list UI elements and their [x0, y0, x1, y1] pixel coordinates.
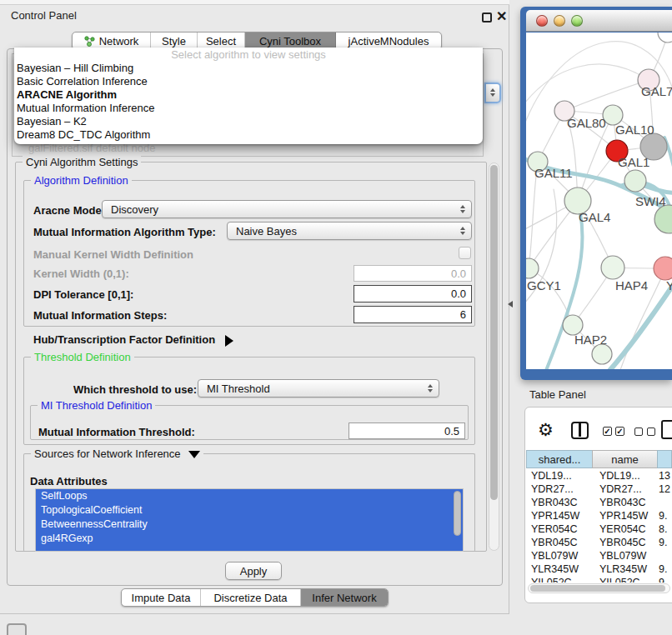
table-horizontal-scrollbar[interactable] [528, 583, 670, 593]
network-window-titlebar[interactable] [526, 10, 672, 32]
zoom-traffic-light-icon[interactable] [571, 15, 583, 27]
unchecked-checkbox-icon[interactable] [647, 428, 655, 436]
aracne-mode-combo[interactable]: Discovery [102, 200, 472, 218]
tab-cyni-toolbox[interactable]: Cyni Toolbox [245, 32, 336, 49]
attribute-list-item[interactable] [36, 546, 463, 552]
network-node-y[interactable] [654, 257, 672, 280]
table-cell: YIL052C [526, 577, 592, 582]
tab-jactivemnodules[interactable]: jActiveMNodules [336, 32, 441, 49]
mi-steps-field[interactable]: 6 [354, 306, 472, 323]
network-node[interactable] [592, 344, 612, 364]
tab-select[interactable]: Select [198, 32, 245, 49]
manual-kernel-checkbox[interactable] [459, 247, 471, 259]
table-scrollbar-thumb[interactable] [530, 585, 665, 592]
table-row[interactable]: YIL052CYIL052C9. [526, 576, 672, 582]
table-cell: YBR043C [592, 497, 657, 508]
settings-scrollbar-thumb[interactable] [490, 165, 498, 500]
mi-type-label: Mutual Information Algorithm Type: [33, 226, 216, 238]
table-row[interactable]: YLR345WYLR345W9. [526, 562, 672, 576]
network-edge[interactable] [564, 80, 649, 111]
column-header-shared-name[interactable]: shared... [526, 450, 593, 468]
checked-checkbox-icon[interactable]: ✓ [615, 427, 624, 436]
table-cell: 9. [657, 537, 672, 548]
partial-bottom-icon[interactable] [7, 623, 27, 635]
attribute-list-item[interactable]: BetweennessCentrality [36, 518, 463, 532]
table-cell: YDL19... [526, 470, 592, 482]
algorithm-option[interactable]: ARACNE Algorithm [14, 88, 483, 102]
unchecked-checkbox-icon[interactable] [634, 428, 643, 436]
tab-style[interactable]: Style [151, 32, 198, 49]
table-row[interactable]: YPR145WYPR145W9. [526, 509, 672, 522]
document-icon[interactable] [661, 420, 672, 439]
network-node-swi4[interactable] [654, 205, 672, 233]
network-node-gcy1[interactable] [526, 258, 539, 278]
checked-checkbox-icon[interactable]: ✓ [603, 427, 612, 436]
tab-network[interactable]: Network [73, 32, 151, 49]
network-node[interactable] [658, 32, 672, 42]
attribute-list-item[interactable]: TopologicalCoefficient [36, 503, 463, 518]
tab-discretize-data[interactable]: Discretize Data [201, 589, 301, 606]
table-cell: YPR145W [592, 510, 657, 522]
minimize-traffic-light-icon[interactable] [554, 15, 565, 27]
node-label: GAL80 [567, 116, 606, 130]
attribute-list-item[interactable]: SelfLoops [36, 489, 463, 503]
gear-icon[interactable]: ⚙ [538, 420, 554, 440]
table-cell: YLR345W [592, 563, 657, 575]
network-edge[interactable] [608, 279, 672, 369]
close-icon[interactable]: ✕ [496, 8, 507, 24]
table-row[interactable]: YER054CYER054C8. [526, 522, 672, 536]
apply-button[interactable]: Apply [225, 562, 282, 580]
column-layout-icon[interactable] [571, 422, 589, 439]
table-row[interactable]: YBR045CYBR045C9. [526, 536, 672, 549]
node-label: Y [666, 278, 672, 292]
table-cell: YBL079W [592, 550, 657, 562]
table-rows[interactable]: YDL19...YDL19...13YDR27...YDR27...12YBR0… [526, 469, 672, 582]
algorithm-option[interactable]: Bayesian – K2 [14, 115, 483, 128]
hub-definition-toggle[interactable]: Hub/Transcription Factor Definition [33, 333, 233, 347]
table-cell: YBR045C [592, 537, 657, 548]
settings-scrollbar[interactable] [489, 162, 499, 551]
threshold-definition-title: Threshold Definition [31, 351, 134, 363]
kernel-width-field[interactable]: 0.0 [354, 265, 472, 282]
mi-threshold-field[interactable]: 0.5 [349, 422, 465, 439]
table-cell: YPR145W [526, 510, 592, 522]
table-row[interactable]: YBR043CYBR043C [526, 496, 672, 509]
node-label: GAL10 [615, 122, 654, 137]
which-threshold-combo[interactable]: MI Threshold [198, 379, 439, 398]
sources-group-title[interactable]: Sources for Network Inference [31, 448, 203, 460]
table-cell: YER054C [592, 523, 657, 535]
tab-infer-network[interactable]: Infer Network [301, 589, 388, 606]
data-attributes-list[interactable]: SelfLoopsTopologicalCoefficientBetweenne… [35, 488, 464, 552]
attributes-scrollbar-thumb[interactable] [454, 491, 461, 536]
mi-threshold-label: Mutual Information Threshold: [38, 426, 195, 438]
table-cell: YLR345W [526, 563, 592, 575]
table-cell: YDR27... [526, 483, 592, 495]
table-row[interactable]: YDR27...YDR27...12 [526, 482, 672, 496]
column-header-clipped[interactable] [657, 450, 672, 468]
mi-type-combo[interactable]: Naive Bayes [227, 222, 472, 240]
float-window-icon[interactable] [482, 12, 492, 22]
dpi-tolerance-field[interactable]: 0.0 [354, 285, 472, 302]
table-row[interactable]: YBL079WYBL079W [526, 549, 672, 562]
table-cell: YIL052C [592, 577, 657, 582]
table-cell: YBR043C [526, 497, 592, 508]
algorithm-combo-spinner[interactable] [484, 82, 501, 103]
algorithm-option[interactable]: Dream8 DC_TDC Algorithm [14, 128, 483, 142]
node-label: GAL11 [534, 166, 573, 180]
network-node[interactable] [624, 170, 646, 192]
attribute-list-item[interactable]: gal4RGexp [36, 532, 463, 546]
table-cell: YDR27... [592, 483, 657, 495]
combo-arrows-icon [460, 227, 465, 235]
table-row[interactable]: YDL19...YDL19...13 [526, 469, 672, 482]
panel-top-strip [0, 0, 509, 5]
column-header-name[interactable]: name [592, 450, 658, 468]
tab-impute-data[interactable]: Impute Data [122, 589, 201, 606]
algorithm-option[interactable]: Bayesian – Hill Climbing [14, 62, 483, 75]
network-canvas[interactable]: GAL7GAL80GAL10GAL1GAL11SWI4GAL4GCY1HAP4Y… [526, 32, 672, 369]
close-traffic-light-icon[interactable] [536, 15, 548, 27]
algorithm-option[interactable]: Mutual Information Inference [14, 102, 483, 115]
tab-network-label: Network [99, 35, 139, 48]
network-node-hap4[interactable] [601, 256, 624, 279]
splitter-grip-icon[interactable] [508, 301, 513, 308]
algorithm-option[interactable]: Basic Correlation Inference [14, 75, 483, 88]
